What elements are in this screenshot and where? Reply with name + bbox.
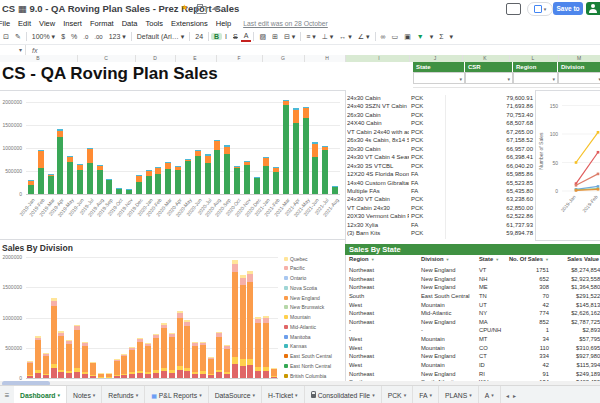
zoom-select[interactable]: 100% ▾ — [29, 33, 58, 41]
filter-button[interactable]: ▼ — [414, 33, 427, 40]
filter-funnel-icon[interactable]: ▼ — [446, 257, 450, 262]
menu-edit[interactable]: Edit — [14, 19, 35, 28]
column-header-K[interactable]: K — [483, 55, 486, 62]
increase-decimals-button[interactable]: .00 — [91, 34, 105, 40]
tab-pck[interactable]: PCK▾ — [382, 386, 414, 403]
tab-plans[interactable]: PLANS▾ — [439, 386, 479, 403]
merge-button[interactable]: ⊟ ▾ — [281, 33, 298, 41]
filter-funnel-icon[interactable]: ▼ — [495, 257, 499, 262]
italic-button[interactable]: I — [222, 33, 230, 40]
menu-help[interactable]: Help — [212, 19, 235, 28]
scroll-left-icon[interactable]: ◂ — [506, 392, 509, 399]
currency-button[interactable]: $ — [58, 33, 68, 40]
font-size-select[interactable]: 24 — [192, 33, 206, 40]
column-header-E[interactable]: E — [193, 55, 196, 62]
save-to-button[interactable]: Save to — [553, 2, 583, 15]
insert-chart-button[interactable]: ▣ — [401, 33, 414, 41]
state-col-header[interactable]: State▼ — [479, 256, 499, 262]
legend-item[interactable]: Nova Scotia — [284, 283, 317, 292]
menu-file[interactable]: File — [0, 19, 14, 28]
tab-h-ticket[interactable]: H-Ticket▾ — [262, 386, 305, 403]
sheet-grid[interactable]: CS - QA Roving Plan Sales State▾CSR▾Regi… — [0, 62, 600, 385]
tab-notes[interactable]: Notes▾ — [67, 386, 102, 403]
column-header-H[interactable]: H — [325, 55, 329, 62]
borders-button[interactable]: ⊞ — [269, 33, 281, 41]
functions-caret[interactable]: ▾ — [447, 33, 457, 41]
vertical-align-select[interactable]: ⊥ ▾ — [319, 33, 337, 41]
legend-item[interactable]: Ontario — [284, 274, 306, 283]
star-icon[interactable]: ★ — [181, 3, 188, 12]
menu-data[interactable]: Data — [118, 19, 142, 28]
share-button[interactable] — [586, 2, 600, 15]
comment-button[interactable]: ▭ — [389, 33, 402, 41]
functions-button[interactable]: Σ — [436, 33, 446, 40]
monthly-sales-chart[interactable]: 20000001500000100000050000002019-Jan2019… — [0, 90, 346, 241]
paint-format-icon[interactable]: ✎ — [12, 33, 24, 41]
menu-insert[interactable]: Insert — [59, 19, 86, 28]
legend-item[interactable]: Kansas — [284, 342, 307, 351]
legend-item[interactable]: New Brunswick — [284, 303, 324, 312]
sales-by-division-chart[interactable]: Sales By Division 2000000150000010000005… — [0, 239, 346, 385]
decrease-decimals-button[interactable]: .0 — [80, 34, 91, 40]
all-sheets-menu-icon[interactable]: ≡ — [0, 386, 14, 403]
column-header-C[interactable]: C — [104, 55, 108, 62]
filter-caret[interactable]: ▾ — [427, 33, 437, 41]
bold-button[interactable]: B — [211, 33, 222, 40]
filter-dropdown-region[interactable]: ▾ — [513, 72, 558, 84]
text-rotate-select[interactable]: ∠ ▾ — [355, 33, 373, 41]
legend-item[interactable]: Mountain — [284, 313, 311, 322]
number-format-select[interactable]: 123 ▾ — [106, 33, 129, 41]
column-header-M[interactable]: M — [577, 55, 581, 62]
legend-item[interactable]: New England — [284, 293, 320, 302]
column-header-G[interactable]: G — [281, 55, 285, 62]
state-col-header[interactable]: Region▼ — [349, 256, 375, 262]
filter-dropdown-division[interactable]: ▾ — [558, 72, 600, 84]
filter-dropdown-csr[interactable]: ▾ — [465, 72, 513, 84]
text-color-button[interactable]: A — [241, 32, 252, 42]
number-of-sales-line-chart[interactable]: Number of Sales1501005002019-Jan2019-Feb — [535, 90, 600, 241]
menu-tools[interactable]: Tools — [142, 19, 168, 28]
state-col-header[interactable]: Division▼ — [421, 256, 450, 262]
column-header-D[interactable]: D — [153, 55, 157, 62]
scroll-right-icon[interactable]: ▸ — [513, 392, 516, 399]
legend-item[interactable]: Manitoba — [284, 332, 311, 341]
tab-datasource[interactable]: DataSource▾ — [209, 386, 262, 403]
column-header-L[interactable]: L — [532, 55, 535, 62]
legend-item[interactable]: East North Central — [284, 361, 331, 370]
column-header-I[interactable]: I — [378, 55, 379, 62]
filter-dropdown-state[interactable]: ▾ — [413, 72, 465, 84]
legend-item[interactable]: East South Central — [284, 352, 332, 361]
link-button[interactable]: ∞ — [378, 33, 389, 40]
tab-a[interactable]: A▾ — [479, 386, 501, 403]
column-header-J[interactable]: J — [434, 55, 437, 62]
state-col-header[interactable]: Sales Value▼ — [551, 256, 600, 262]
tab-fa[interactable]: FA▾ — [413, 386, 439, 403]
column-header-B[interactable]: B — [36, 55, 39, 62]
move-folder-icon[interactable] — [196, 6, 207, 14]
top-products-table[interactable]: 24x30 CabinPCK79,600.9124x40 3SZN VT Cab… — [347, 95, 535, 239]
print-icon[interactable]: ⊡ — [0, 33, 12, 41]
meet-present-button[interactable]: ▾ — [527, 2, 553, 16]
font-select[interactable]: Default (Ari… ▾ — [134, 33, 187, 41]
filter-funnel-icon[interactable]: ▼ — [371, 257, 375, 262]
tab-dashboard[interactable]: Dashboard▾ — [14, 386, 67, 403]
legend-item[interactable]: Mid-Atlantic — [284, 322, 316, 331]
present-window-icon[interactable] — [506, 3, 521, 15]
legend-item[interactable]: Quebec — [284, 254, 308, 263]
last-edit-link[interactable]: Last edit was on 28 October — [243, 20, 328, 27]
horizontal-align-select[interactable]: ≡ ▾ — [303, 33, 319, 41]
menu-view[interactable]: View — [35, 19, 59, 28]
fill-color-button[interactable]: ▨ — [256, 33, 269, 41]
state-col-header[interactable]: No. Of Sales▼ — [503, 256, 549, 262]
legend-item[interactable]: Pacific — [284, 264, 305, 273]
percent-button[interactable]: % — [68, 33, 80, 40]
strikethrough-button[interactable]: S — [230, 33, 241, 40]
text-wrap-select[interactable]: ↔ ▾ — [336, 33, 354, 41]
legend-item[interactable]: British Columbia — [284, 371, 326, 380]
menu-extensions[interactable]: Extensions — [167, 19, 212, 28]
menu-format[interactable]: Format — [86, 19, 118, 28]
column-header-F[interactable]: F — [237, 55, 240, 62]
filter-funnel-icon[interactable]: ▼ — [545, 257, 549, 262]
tab-p-l-reports[interactable]: ▦P&L Reports▾ — [145, 386, 208, 403]
tab-consolidated-file[interactable]: Consolidated File▾ — [305, 386, 382, 403]
